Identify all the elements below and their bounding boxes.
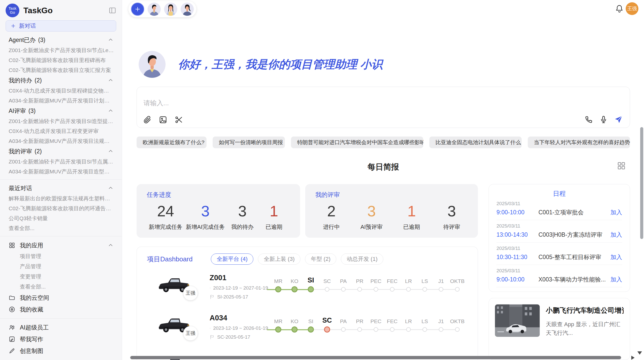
suggestion-chip[interactable]: 比亚迪全固态电池计划具体说了什么 xyxy=(429,137,522,148)
paperclip-icon[interactable] xyxy=(143,115,152,124)
milestone-dot-overdue xyxy=(324,326,330,333)
my-apps-label: 我的应用 xyxy=(20,242,43,249)
stat-label: 新增完成任务 xyxy=(149,223,182,231)
phone-icon[interactable] xyxy=(584,115,593,124)
milestone-SI: SI xyxy=(303,275,319,284)
milestone-dot-pending xyxy=(406,327,411,332)
join-link[interactable]: 加入 xyxy=(610,276,622,283)
project-info: Z0012023-12-19 ~ 2027-01-19SI-2025-05-17 xyxy=(210,274,268,300)
stat-label: AI预评审 xyxy=(358,223,386,231)
suggestion-chip[interactable]: 欧洲新规最近颁布了什么? xyxy=(137,137,207,148)
chat-input[interactable] xyxy=(143,99,525,115)
dashboard-filter-chip[interactable]: 全新上装 (3) xyxy=(258,253,300,265)
grid-view-icon[interactable] xyxy=(617,161,626,170)
app-sub-item[interactable]: 产品管理 xyxy=(0,261,122,272)
sidebar-task-item[interactable]: C02-飞腾新能源轻客改款项目立项汇报方案 xyxy=(0,65,122,75)
entry-label: 帮我写作 xyxy=(20,335,43,343)
recent-chat-item[interactable]: 查看全部... xyxy=(0,223,122,233)
new-chat-button[interactable]: 新对话 xyxy=(6,20,116,32)
section-header-sec3[interactable]: 我的评审(2) xyxy=(0,146,122,157)
sidebar-item-favorites[interactable]: 我的收藏 xyxy=(0,304,122,315)
sidebar-item-ai-staff[interactable]: AI超级员工 xyxy=(0,322,122,333)
milestone-KO: KO xyxy=(286,275,303,284)
milestone-dot-pending xyxy=(357,327,362,332)
recent-chat-item[interactable]: 公司Q3轻卡销量 xyxy=(0,213,122,223)
join-link[interactable]: 加入 xyxy=(610,253,622,261)
sidebar-item-drawing[interactable]: 创意制图 xyxy=(0,345,122,357)
milestone-dot-pending xyxy=(374,327,378,332)
recent-chat-item[interactable]: C02-飞腾新能源轻客改款项目的闭环通告反馈情况 xyxy=(0,203,122,213)
schedule-item-row: 9:00-10:00X003-车辆动力学性能验...加入 xyxy=(496,276,622,283)
view-all-schedule-link[interactable]: 查看所有日程 xyxy=(489,287,630,292)
section-header-sec2[interactable]: AI评审(3) xyxy=(0,106,122,116)
scissors-icon[interactable] xyxy=(174,115,183,124)
stat-value: 2 xyxy=(317,203,345,220)
chevron-up-icon xyxy=(108,108,114,114)
scroll-right-arrow[interactable] xyxy=(631,356,635,360)
dashboard-filter-chip[interactable]: 全新平台 (4) xyxy=(211,253,253,265)
suggestion-chip[interactable]: 特朗普可能对进口汽车增税会对中国车企造成哪些影响 xyxy=(291,137,423,148)
microphone-icon[interactable] xyxy=(599,115,608,124)
section-header-sec0[interactable]: Agent已办(3) xyxy=(0,35,122,45)
dashboard-filter-chip[interactable]: 动总开发 (1) xyxy=(341,253,383,265)
session-avatar-1[interactable] xyxy=(148,3,161,16)
user-avatar[interactable]: 王强 xyxy=(626,2,638,15)
recent-chat-item[interactable]: 解释最新出台的欧盟报废车法规再生塑料比例被调至15%... xyxy=(0,193,122,203)
stat-value: 3 xyxy=(438,203,466,220)
stat-label: 已逾期 xyxy=(398,223,426,231)
sidebar-task-item[interactable]: A034-全新新能源MUV产品开发项目法规符合性评审 xyxy=(0,136,122,146)
join-link[interactable]: 加入 xyxy=(610,231,622,239)
sidebar-task-item[interactable]: Z001-全新燃油轻卡产品开发项目SI节点属性5D文件评审 xyxy=(0,157,122,167)
milestone-label: PA xyxy=(335,315,352,324)
news-card[interactable]: 小鹏飞行汽车制造公司增资 天眼查 App 显示，近日广州汇天飞行汽... xyxy=(489,298,630,360)
bell-icon[interactable] xyxy=(615,4,624,13)
join-link[interactable]: 加入 xyxy=(610,208,622,216)
schedule-title: 日程 xyxy=(489,189,630,198)
suggestion-chip[interactable]: 当下年轻人对汽车外观有怎样的喜好趋势 xyxy=(528,137,630,148)
milestone-label: LR xyxy=(400,315,417,324)
panel-toggle-icon[interactable] xyxy=(109,7,116,14)
section-title: 我的评审 xyxy=(9,147,32,155)
chat-composer xyxy=(137,87,630,128)
vertical-scrollbar-thumb[interactable] xyxy=(640,127,643,239)
milestone-PR: PR xyxy=(352,315,368,324)
milestone-label: SC xyxy=(319,275,335,284)
sidebar-item-my-apps[interactable]: 我的应用 xyxy=(0,239,122,251)
milestone-label: PR xyxy=(352,275,368,284)
sidebar-task-item[interactable]: C02-飞腾新能源轻客改款项目里程碑画布 xyxy=(0,55,122,65)
dashboard-filter-chip[interactable]: 年型 (2) xyxy=(305,253,336,265)
send-icon[interactable] xyxy=(614,115,623,124)
sidebar-task-item[interactable]: A034-全新新能源MUV产品开发项目计划变更表编写 xyxy=(0,96,122,106)
composer-left-icons xyxy=(143,115,183,124)
section-header-recent[interactable]: 最近对话 xyxy=(0,183,122,193)
milestone-label: SI xyxy=(303,315,319,324)
milestone-J1: J1 xyxy=(433,315,449,324)
sidebar-item-cloud-space[interactable]: 我的云空间 xyxy=(0,292,122,304)
stat-value: 24 xyxy=(149,203,182,220)
sidebar-task-item[interactable]: C0X4-动力总成开发项目SI里程碑提交物检查 xyxy=(0,86,122,96)
milestone-LR: LR xyxy=(400,275,417,284)
entry-label: 创意制图 xyxy=(20,347,43,355)
add-session-button[interactable] xyxy=(131,3,144,16)
apps-grid-icon xyxy=(9,242,15,249)
image-icon[interactable] xyxy=(159,115,167,124)
app-sub-item[interactable]: 项目管理 xyxy=(0,251,122,261)
sidebar-task-item[interactable]: Z001-全新燃油轻卡产品开发项目SI造型提交物评审 xyxy=(0,116,122,126)
suggestion-chip[interactable]: 如何写一份清晰的项目周报 xyxy=(213,137,285,148)
favorites-icon xyxy=(9,306,15,313)
news-snippet: 天眼查 App 显示，近日广州汇天飞行汽... xyxy=(546,320,624,337)
app-sub-item[interactable]: 变更管理 xyxy=(0,272,122,282)
session-avatar-3[interactable] xyxy=(181,3,194,16)
stat-value: 3 xyxy=(228,203,256,220)
sidebar-task-item[interactable]: Z001-全新燃油皮卡产品开发项目SI节点Lesson Learn报告 xyxy=(0,45,122,55)
schedule-list: 2025/03/119:00-10:00C001-立项审批会加入2025/03/… xyxy=(489,198,630,287)
sidebar-task-item[interactable]: A034-全新新能源MUV产品开发项目造型可行性评审 xyxy=(0,167,122,176)
section-header-sec1[interactable]: 我的待办(2) xyxy=(0,75,122,86)
sidebar-task-item[interactable]: C0X4-动力总成开发项目工程变更评审 xyxy=(0,126,122,136)
app-sub-item[interactable]: 查看全部... xyxy=(0,282,122,292)
sidebar-item-writing[interactable]: 帮我写作 xyxy=(0,333,122,345)
session-avatar-2[interactable] xyxy=(164,3,177,16)
scroll-down-arrow[interactable] xyxy=(637,351,642,355)
milestone-label: SI xyxy=(303,275,319,284)
horizontal-scrollbar-thumb[interactable] xyxy=(130,356,621,359)
